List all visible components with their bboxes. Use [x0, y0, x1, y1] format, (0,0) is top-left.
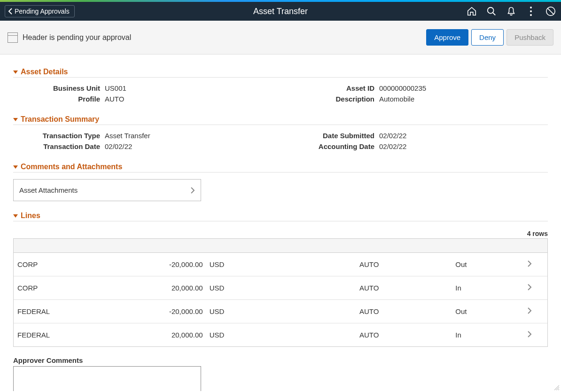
field-label: Date Submitted — [288, 132, 374, 140]
attach-label: Asset Attachments — [19, 186, 78, 194]
field-label: Business Unit — [13, 84, 100, 92]
transaction-summary-grid: Transaction Type Asset Transfer Date Sub… — [13, 125, 548, 159]
collapse-icon — [13, 70, 18, 74]
lines-table-header — [14, 239, 547, 253]
chevron-right-icon — [190, 187, 195, 194]
lines-table: CORP-20,000.00USDAUTOOutCORP20,000.00USD… — [13, 238, 548, 347]
table-row[interactable]: CORP20,000.00USDAUTOIn — [14, 276, 547, 299]
chevron-right-icon — [515, 260, 544, 268]
notifications-icon[interactable] — [506, 6, 517, 17]
field-description: Description Automobile — [288, 95, 548, 103]
content-scroll[interactable]: Asset Details Business Unit US001 Asset … — [0, 55, 561, 391]
page-title: Asset Transfer — [253, 7, 308, 16]
cell-currency: USD — [210, 307, 359, 315]
header-status-icon — [8, 32, 18, 43]
cell-book: FEDERAL — [17, 331, 137, 339]
actions-menu-icon[interactable] — [525, 6, 537, 17]
field-label: Transaction Date — [13, 142, 100, 150]
cell-book: CORP — [17, 260, 137, 268]
field-profile: Profile AUTO — [13, 95, 273, 103]
field-label: Transaction Type — [13, 132, 100, 140]
cell-amount: -20,000.00 — [137, 307, 209, 315]
field-accounting-date: Accounting Date 02/02/22 — [288, 142, 548, 150]
field-date-submitted: Date Submitted 02/02/22 — [288, 132, 548, 140]
sub-header: Header is pending your approval Approve … — [0, 21, 561, 55]
section-asset-details[interactable]: Asset Details — [13, 68, 548, 78]
cell-direction: Out — [455, 307, 515, 315]
approver-comments-input[interactable] — [13, 366, 201, 391]
rows-count: 4 rows — [13, 230, 548, 237]
cell-direction: In — [455, 284, 515, 292]
field-value: 02/02/22 — [379, 132, 406, 140]
field-value: US001 — [105, 84, 126, 92]
table-row[interactable]: FEDERAL20,000.00USDAUTOIn — [14, 323, 547, 346]
chevron-right-icon — [515, 307, 544, 315]
header-icons — [466, 6, 556, 17]
cell-book: CORP — [17, 284, 137, 292]
section-title: Asset Details — [21, 68, 68, 76]
cell-direction: In — [455, 331, 515, 339]
cell-direction: Out — [455, 260, 515, 268]
chevron-left-icon — [8, 8, 13, 15]
table-row[interactable]: CORP-20,000.00USDAUTOOut — [14, 253, 547, 276]
asset-attachments-link[interactable]: Asset Attachments — [13, 179, 201, 201]
cell-book: FEDERAL — [17, 307, 137, 315]
svg-point-2 — [530, 7, 532, 8]
svg-line-1 — [493, 13, 496, 16]
cell-profile: AUTO — [359, 307, 455, 315]
field-transaction-date: Transaction Date 02/02/22 — [13, 142, 273, 150]
field-label: Accounting Date — [288, 142, 374, 150]
home-icon[interactable] — [466, 6, 477, 17]
approver-comments-label: Approver Comments — [13, 356, 548, 364]
cell-currency: USD — [210, 260, 359, 268]
section-transaction-summary[interactable]: Transaction Summary — [13, 115, 548, 125]
action-buttons: Approve Deny Pushback — [426, 29, 553, 46]
collapse-icon — [13, 117, 18, 122]
content-inner: Asset Details Business Unit US001 Asset … — [0, 55, 561, 391]
status-text: Header is pending your approval — [23, 33, 131, 42]
section-title: Lines — [21, 212, 40, 220]
field-value: 000000000235 — [379, 84, 426, 92]
pushback-button: Pushback — [506, 29, 553, 46]
cell-amount: 20,000.00 — [137, 284, 209, 292]
section-title: Transaction Summary — [21, 115, 99, 124]
svg-point-3 — [530, 10, 532, 12]
field-label: Description — [288, 95, 374, 103]
field-value: 02/02/22 — [379, 142, 406, 150]
cell-amount: 20,000.00 — [137, 331, 209, 339]
back-button[interactable]: Pending Approvals — [5, 5, 75, 17]
section-comments-attachments[interactable]: Comments and Attachments — [13, 163, 548, 172]
search-icon[interactable] — [486, 6, 497, 17]
table-row[interactable]: FEDERAL-20,000.00USDAUTOOut — [14, 299, 547, 323]
field-label: Profile — [13, 95, 100, 103]
field-business-unit: Business Unit US001 — [13, 84, 273, 92]
cell-currency: USD — [210, 331, 359, 339]
header-bar: Pending Approvals Asset Transfer — [0, 2, 561, 21]
approve-button[interactable]: Approve — [426, 29, 468, 46]
cell-amount: -20,000.00 — [137, 260, 209, 268]
cell-currency: USD — [210, 284, 359, 292]
cell-profile: AUTO — [359, 331, 455, 339]
chevron-right-icon — [515, 331, 544, 339]
deny-button[interactable]: Deny — [471, 29, 504, 46]
svg-point-0 — [488, 8, 494, 14]
field-asset-id: Asset ID 000000000235 — [288, 84, 548, 92]
collapse-icon — [13, 165, 18, 169]
field-value: 02/02/22 — [105, 142, 132, 150]
cell-profile: AUTO — [359, 260, 455, 268]
svg-point-4 — [530, 14, 532, 16]
field-transaction-type: Transaction Type Asset Transfer — [13, 132, 273, 140]
nav-icon[interactable] — [545, 6, 556, 17]
chevron-right-icon — [515, 284, 544, 292]
cell-profile: AUTO — [359, 284, 455, 292]
back-label: Pending Approvals — [15, 8, 70, 15]
section-lines[interactable]: Lines — [13, 212, 548, 221]
status-left: Header is pending your approval — [8, 32, 131, 43]
field-value: Asset Transfer — [105, 132, 150, 140]
collapse-icon — [13, 213, 18, 218]
section-title: Comments and Attachments — [21, 163, 122, 171]
asset-details-grid: Business Unit US001 Asset ID 00000000023… — [13, 78, 548, 111]
field-value: AUTO — [105, 95, 124, 103]
field-value: Automobile — [379, 95, 414, 103]
field-label: Asset ID — [288, 84, 374, 92]
